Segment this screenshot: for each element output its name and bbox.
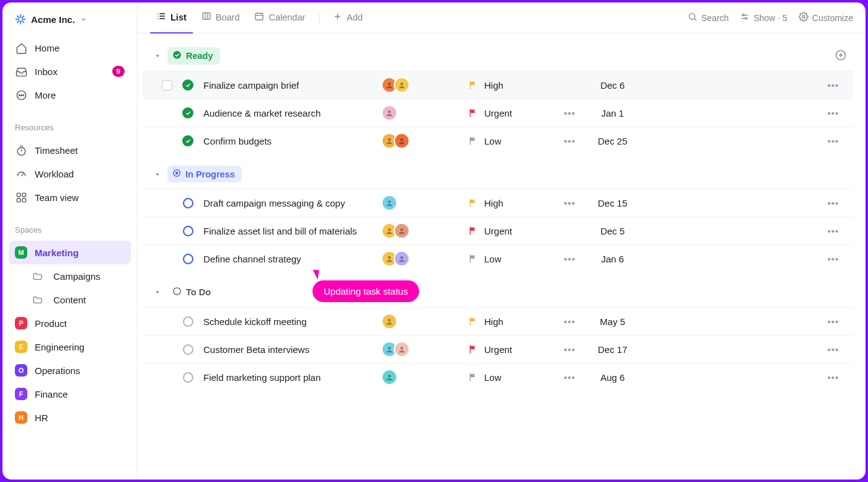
task-more-menu[interactable]: ••• [555, 198, 585, 208]
task-row[interactable]: Schedule kickoff meetingHigh•••May 5••• [143, 307, 853, 335]
space-operations[interactable]: O Operations [9, 359, 131, 382]
task-row[interactable]: Draft campaign messaging & copyHigh•••De… [143, 189, 853, 216]
task-assignees[interactable] [381, 369, 468, 385]
task-title[interactable]: Confirm budgets [197, 136, 381, 146]
task-assignees[interactable] [381, 251, 468, 267]
folder-content[interactable]: Content [9, 288, 131, 311]
nav-more[interactable]: More [9, 83, 131, 107]
task-title[interactable]: Finalize asset list and bill of material… [197, 226, 381, 236]
task-assignees[interactable] [381, 105, 468, 121]
task-more-menu[interactable]: ••• [555, 344, 585, 355]
view-tab-list[interactable]: List [150, 2, 193, 33]
task-priority[interactable]: Urgent [468, 344, 555, 355]
task-more-menu[interactable]: ••• [555, 372, 585, 383]
search-button[interactable]: Search [688, 12, 728, 24]
task-priority[interactable]: Low [468, 372, 555, 383]
task-more-menu[interactable]: ••• [555, 136, 585, 146]
task-checkbox[interactable] [162, 80, 172, 91]
task-title[interactable]: Schedule kickoff meeting [197, 316, 381, 327]
task-status[interactable] [179, 135, 197, 146]
task-status[interactable] [179, 316, 197, 327]
task-priority[interactable]: High [468, 80, 555, 91]
collapse-button[interactable] [154, 288, 161, 296]
space-finance[interactable]: F Finance [9, 382, 131, 406]
task-status[interactable] [179, 344, 197, 355]
nav-timesheet[interactable]: Timesheet [9, 138, 131, 162]
task-priority[interactable]: High [468, 316, 555, 327]
task-title[interactable]: Finalize campaign brief [197, 80, 381, 91]
nav-workload[interactable]: Workload [9, 162, 131, 185]
group-pill-todo[interactable]: To Do [167, 283, 218, 301]
task-date[interactable]: Dec 6 [585, 80, 640, 91]
task-status[interactable] [179, 198, 197, 208]
task-title[interactable]: Draft campaign messaging & copy [197, 198, 381, 208]
task-more-menu[interactable]: ••• [555, 316, 585, 327]
task-more-menu[interactable]: ••• [555, 108, 585, 118]
task-status[interactable] [179, 254, 197, 264]
task-priority[interactable]: Low [468, 136, 555, 146]
task-row-actions[interactable]: ••• [818, 372, 848, 383]
nav-inbox[interactable]: Inbox 9 [9, 60, 131, 83]
task-assignees[interactable] [381, 313, 468, 329]
task-row-actions[interactable]: ••• [818, 80, 848, 91]
task-date[interactable]: Aug 6 [585, 372, 640, 383]
collapse-button[interactable] [154, 171, 161, 178]
task-row-actions[interactable]: ••• [818, 108, 848, 118]
task-row[interactable]: Customer Beta interviewsUrgent•••Dec 17•… [143, 335, 853, 363]
group-add-button[interactable] [835, 49, 853, 63]
task-row-actions[interactable]: ••• [818, 198, 848, 208]
task-assignees[interactable] [381, 223, 468, 239]
task-status[interactable] [179, 372, 197, 383]
task-row[interactable]: Field marketing support planLow•••Aug 6•… [143, 363, 853, 391]
task-row-actions[interactable]: ••• [818, 254, 848, 264]
task-row[interactable]: Finalize asset list and bill of material… [143, 216, 853, 244]
nav-teamview[interactable]: Team view [9, 185, 131, 209]
space-product[interactable]: P Product [9, 311, 131, 335]
task-date[interactable]: Dec 25 [585, 136, 640, 146]
task-row-actions[interactable]: ••• [818, 316, 848, 327]
task-date[interactable]: May 5 [585, 316, 640, 327]
task-row[interactable]: Audience & market researchUrgent•••Jan 1… [143, 99, 853, 127]
task-priority[interactable]: High [468, 198, 555, 208]
task-row[interactable]: Define channel strategyLow•••Jan 6••• [143, 244, 853, 272]
task-row[interactable]: Finalize campaign briefHighDec 6••• [143, 71, 853, 99]
space-hr[interactable]: H HR [9, 406, 131, 429]
task-date[interactable]: Dec 17 [585, 344, 640, 355]
task-status[interactable] [179, 79, 197, 91]
space-engineering[interactable]: E Engineering [9, 335, 131, 359]
group-pill-inprogress[interactable]: In Progress [167, 166, 242, 182]
task-assignees[interactable] [381, 133, 468, 149]
task-date[interactable]: Jan 1 [585, 108, 640, 118]
nav-home[interactable]: Home [9, 36, 131, 60]
customize-button[interactable]: Customize [799, 12, 853, 24]
view-tab-board[interactable]: Board [195, 2, 246, 33]
task-assignees[interactable] [381, 195, 468, 211]
task-title[interactable]: Define channel strategy [197, 254, 381, 264]
folder-campaigns[interactable]: Campaigns [9, 264, 131, 288]
task-assignees[interactable] [381, 341, 468, 357]
task-date[interactable]: Dec 15 [585, 198, 640, 208]
task-priority[interactable]: Urgent [468, 108, 555, 118]
collapse-button[interactable] [154, 52, 161, 60]
task-status[interactable] [179, 107, 197, 118]
view-tab-add[interactable]: Add [327, 2, 369, 33]
show-button[interactable]: Show · 5 [740, 12, 787, 24]
task-assignees[interactable] [381, 77, 468, 93]
task-title[interactable]: Customer Beta interviews [197, 344, 381, 355]
task-title[interactable]: Audience & market research [197, 108, 381, 118]
task-more-menu[interactable]: ••• [555, 254, 585, 264]
task-priority[interactable]: Low [468, 254, 555, 264]
task-row-actions[interactable]: ••• [818, 136, 848, 146]
task-row[interactable]: Confirm budgetsLow•••Dec 25••• [143, 127, 853, 154]
task-row-actions[interactable]: ••• [818, 344, 848, 355]
space-marketing[interactable]: M Marketing [9, 241, 131, 264]
workspace-switcher[interactable]: Acme Inc. [2, 9, 137, 33]
task-status[interactable] [179, 226, 197, 236]
view-tab-calendar[interactable]: Calendar [248, 2, 311, 33]
task-priority[interactable]: Urgent [468, 226, 555, 236]
task-date[interactable]: Dec 5 [585, 226, 640, 236]
group-pill-ready[interactable]: Ready [167, 47, 220, 65]
task-date[interactable]: Jan 6 [585, 254, 640, 264]
task-title[interactable]: Field marketing support plan [197, 372, 381, 383]
task-row-actions[interactable]: ••• [818, 226, 848, 236]
